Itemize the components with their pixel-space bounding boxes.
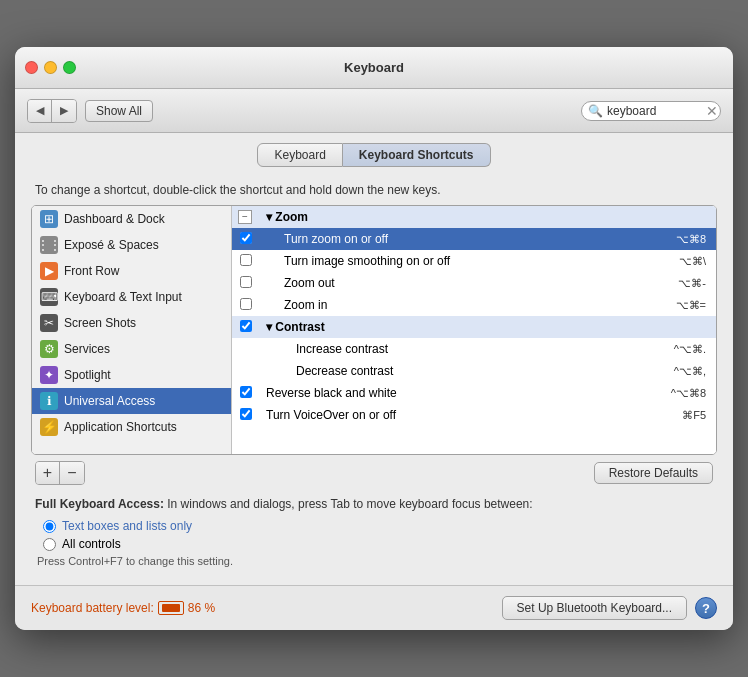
search-box: 🔍 ✕ [581,101,721,121]
zoom-in-checkbox[interactable] [240,298,252,310]
services-icon: ⚙ [40,340,58,358]
spotlight-icon: ✦ [40,366,58,384]
sidebar-item-keyboard-text[interactable]: ⌨ Keyboard & Text Input [32,284,231,310]
zoom-collapse-icon[interactable]: − [238,210,252,224]
back-button[interactable]: ◀ [28,100,52,122]
status-bar: Keyboard battery level: 86 % Set Up Blue… [15,585,733,630]
window-title: Keyboard [344,60,404,75]
sidebar-item-services[interactable]: ⚙ Services [32,336,231,362]
status-right: Set Up Bluetooth Keyboard... ? [502,596,717,620]
add-remove-buttons: + − [35,461,85,485]
radio-all-controls-label: All controls [62,537,121,551]
tabs-row: Keyboard Keyboard Shortcuts [15,133,733,173]
keyboard-text-icon: ⌨ [40,288,58,306]
reverse-bw-checkbox[interactable] [240,386,252,398]
sidebar-item-label: Dashboard & Dock [64,212,165,226]
shortcut-row-zoom-out[interactable]: Zoom out ⌥⌘- [232,272,716,294]
shortcut-row-zoom-on-off[interactable]: Turn zoom on or off ⌥⌘8 [232,228,716,250]
zoom-in-keys: ⌥⌘= [621,294,716,316]
radio-text-boxes-input[interactable] [43,520,56,533]
sidebar-item-universal-access[interactable]: ℹ Universal Access [32,388,231,414]
bluetooth-button[interactable]: Set Up Bluetooth Keyboard... [502,596,687,620]
shortcut-row-decrease-contrast[interactable]: Decrease contrast ^⌥⌘, [232,360,716,382]
shortcut-row-increase-contrast[interactable]: Increase contrast ^⌥⌘. [232,338,716,360]
shortcut-row-reverse-bw[interactable]: Reverse black and white ^⌥⌘8 [232,382,716,404]
contrast-section-label: ▾ Contrast [266,320,325,334]
sidebar-item-front-row[interactable]: ▶ Front Row [32,258,231,284]
main-panel: ⊞ Dashboard & Dock ⋮⋮ Exposé & Spaces ▶ … [31,205,717,455]
zoom-out-checkbox[interactable] [240,276,252,288]
sidebar-item-label: Exposé & Spaces [64,238,159,252]
bottom-bar: + − Restore Defaults [31,455,717,485]
sidebar-item-spotlight[interactable]: ✦ Spotlight [32,362,231,388]
full-keyboard-access-section: Full Keyboard Access: In windows and dia… [31,485,717,573]
zoom-on-off-label: Turn zoom on or off [260,228,621,250]
voiceover-checkbox[interactable] [240,408,252,420]
restore-defaults-button[interactable]: Restore Defaults [594,462,713,484]
sidebar-item-label: Services [64,342,110,356]
toolbar: ◀ ▶ Show All 🔍 ✕ [15,89,733,133]
section-zoom-header[interactable]: − ▾ Zoom [232,206,716,228]
add-button[interactable]: + [36,462,60,484]
hint-text: To change a shortcut, double-click the s… [31,173,717,205]
sidebar-item-screen-shots[interactable]: ✂ Screen Shots [32,310,231,336]
radio-all-controls-input[interactable] [43,538,56,551]
show-all-button[interactable]: Show All [85,100,153,122]
decrease-contrast-keys: ^⌥⌘, [621,360,716,382]
zoom-out-keys: ⌥⌘- [621,272,716,294]
radio-group: Text boxes and lists only All controls [43,519,713,551]
section-contrast-header[interactable]: ▾ Contrast [232,316,716,338]
radio-all-controls[interactable]: All controls [43,537,713,551]
sidebar-item-app-shortcuts[interactable]: ⚡ Application Shortcuts [32,414,231,440]
zoom-out-label: Zoom out [260,272,621,294]
sidebar-item-label: Spotlight [64,368,111,382]
zoom-section-label: ▾ Zoom [266,210,308,224]
increase-contrast-label: Increase contrast [260,338,621,360]
zoom-smooth-keys: ⌥⌘\ [621,250,716,272]
sidebar-item-label: Front Row [64,264,119,278]
app-shortcuts-icon: ⚡ [40,418,58,436]
search-clear-button[interactable]: ✕ [706,104,718,118]
shortcut-row-zoom-in[interactable]: Zoom in ⌥⌘= [232,294,716,316]
help-button[interactable]: ? [695,597,717,619]
battery-label: Keyboard battery level: [31,601,154,615]
zoom-smooth-checkbox[interactable] [240,254,252,266]
voiceover-keys: ⌘F5 [621,404,716,426]
reverse-bw-keys: ^⌥⌘8 [621,382,716,404]
increase-contrast-keys: ^⌥⌘. [621,338,716,360]
reverse-bw-label: Reverse black and white [260,382,621,404]
zoom-on-off-checkbox[interactable] [240,232,252,244]
universal-access-icon: ℹ [40,392,58,410]
content-area: To change a shortcut, double-click the s… [15,173,733,585]
main-window: Keyboard ◀ ▶ Show All 🔍 ✕ Keyboard Keybo… [15,47,733,630]
decrease-contrast-label: Decrease contrast [260,360,621,382]
front-row-icon: ▶ [40,262,58,280]
sidebar-item-expose-spaces[interactable]: ⋮⋮ Exposé & Spaces [32,232,231,258]
sidebar-item-label: Universal Access [64,394,155,408]
shortcuts-panel: − ▾ Zoom Turn zoom on or off [232,206,716,454]
shortcuts-table: − ▾ Zoom Turn zoom on or off [232,206,716,426]
full-access-title: Full Keyboard Access: In windows and dia… [35,497,713,511]
shortcut-row-voiceover[interactable]: Turn VoiceOver on or off ⌘F5 [232,404,716,426]
search-input[interactable] [607,104,702,118]
zoom-button[interactable] [63,61,76,74]
traffic-lights [25,61,76,74]
radio-text-boxes[interactable]: Text boxes and lists only [43,519,713,533]
sidebar-item-label: Screen Shots [64,316,136,330]
sidebar-item-dashboard-dock[interactable]: ⊞ Dashboard & Dock [32,206,231,232]
minimize-button[interactable] [44,61,57,74]
control-hint: Press Control+F7 to change this setting. [37,555,713,567]
remove-button[interactable]: − [60,462,84,484]
tab-keyboard-shortcuts[interactable]: Keyboard Shortcuts [343,143,491,167]
forward-button[interactable]: ▶ [52,100,76,122]
battery-status: Keyboard battery level: 86 % [31,601,215,615]
titlebar: Keyboard [15,47,733,89]
tab-keyboard[interactable]: Keyboard [257,143,342,167]
sidebar-item-label: Application Shortcuts [64,420,177,434]
screen-shots-icon: ✂ [40,314,58,332]
zoom-on-off-keys: ⌥⌘8 [621,228,716,250]
shortcut-row-zoom-smooth[interactable]: Turn image smoothing on or off ⌥⌘\ [232,250,716,272]
close-button[interactable] [25,61,38,74]
contrast-section-checkbox[interactable] [240,320,252,332]
battery-percent: 86 % [188,601,215,615]
